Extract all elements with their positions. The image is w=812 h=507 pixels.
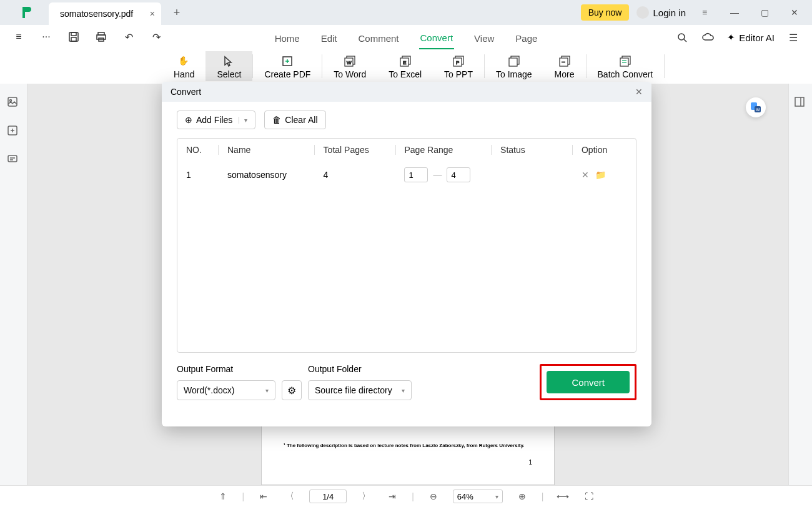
header-page-range: Page Range	[404, 145, 491, 155]
ribbon-to-excel[interactable]: E To Excel	[377, 51, 433, 81]
svg-line-7	[684, 39, 686, 42]
login-button[interactable]: Login in	[636, 6, 686, 19]
clear-all-button[interactable]: 🗑 Clear All	[264, 111, 325, 129]
floating-word-button[interactable]: W	[746, 97, 766, 117]
row-no: 1	[186, 170, 218, 180]
open-folder-icon[interactable]: 📁	[595, 170, 606, 180]
thumbnail-icon[interactable]	[7, 96, 21, 110]
cursor-icon	[223, 56, 235, 67]
to-ppt-icon: P	[452, 56, 465, 67]
modal-toolbar: ⊕ Add Files ▾ 🗑 Clear All	[162, 102, 651, 138]
svg-rect-29	[8, 97, 17, 106]
range-to-input[interactable]	[447, 167, 470, 182]
convert-button[interactable]: Convert	[547, 371, 630, 393]
collapse-icon[interactable]: ☰	[786, 30, 801, 45]
svg-text:···: ···	[562, 60, 565, 64]
close-window-button[interactable]: ✕	[783, 3, 806, 22]
first-page-icon[interactable]: ⇤	[257, 490, 270, 503]
header-no: NO.	[186, 145, 218, 155]
ribbon-create-pdf-label: Create PDF	[264, 69, 310, 79]
ribbon-to-word[interactable]: W To Word	[322, 51, 377, 81]
output-folder-select[interactable]: Source file directory ▾	[308, 380, 412, 400]
comment-panel-icon[interactable]	[7, 154, 21, 167]
zoom-select[interactable]: 64% ▾	[453, 490, 503, 503]
separator	[664, 54, 665, 78]
menu-home[interactable]: Home	[274, 28, 301, 49]
menu-page[interactable]: Page	[514, 28, 538, 49]
cloud-icon[interactable]	[701, 30, 716, 45]
editor-ai-button[interactable]: ✦ Editor AI	[727, 32, 775, 43]
chevron-down-icon[interactable]: ▾	[239, 117, 247, 124]
menu-edit[interactable]: Edit	[320, 28, 339, 49]
right-sidebar	[788, 84, 812, 485]
zoom-value: 64%	[457, 492, 473, 501]
bookmark-add-icon[interactable]	[7, 125, 21, 139]
row-option: ✕ 📁	[582, 170, 627, 180]
trash-icon: 🗑	[272, 115, 281, 125]
header-option: Option	[582, 145, 627, 155]
ribbon-hand-label: Hand	[174, 69, 194, 79]
buy-now-button[interactable]: Buy now	[581, 4, 630, 21]
fullscreen-icon[interactable]: ⛶	[582, 490, 596, 503]
expand-panel-icon[interactable]	[794, 96, 808, 110]
zoom-out-icon[interactable]: ⊖	[427, 490, 440, 503]
ribbon-more[interactable]: ··· More	[543, 51, 586, 81]
tab-close-icon[interactable]: ×	[150, 9, 155, 19]
range-from-input[interactable]	[404, 167, 428, 182]
titlebar-right: Buy now Login in ≡ — ▢ ✕	[581, 3, 812, 22]
menu-comment[interactable]: Comment	[357, 28, 400, 49]
minimize-button[interactable]: —	[723, 3, 746, 22]
table-header: NO. Name Total Pages Page Range Status O…	[177, 139, 636, 161]
to-excel-icon: E	[399, 56, 412, 67]
ribbon-hand[interactable]: ✋ Hand	[162, 51, 205, 81]
ribbon-batch-convert-label: Batch Convert	[598, 69, 653, 79]
ribbon-select[interactable]: Select	[205, 51, 252, 81]
settings-button[interactable]: ⚙	[282, 380, 302, 400]
ribbon-to-word-label: To Word	[334, 69, 366, 79]
row-total-pages: 4	[324, 170, 395, 180]
maximize-button[interactable]: ▢	[753, 3, 776, 22]
table-row: 1 somatosensory 4 — ✕ 📁	[177, 161, 636, 189]
menu-convert[interactable]: Convert	[419, 27, 455, 49]
separator: |	[242, 491, 245, 501]
separator: |	[542, 491, 544, 501]
spacer	[572, 170, 573, 180]
ribbon-to-ppt[interactable]: P To PPT	[433, 51, 484, 81]
last-page-icon[interactable]: ⇥	[385, 490, 399, 503]
tab-file[interactable]: somatosensory.pdf ×	[49, 2, 161, 25]
menu-view[interactable]: View	[473, 28, 495, 49]
output-format-select[interactable]: Word(*.docx) ▾	[177, 380, 275, 400]
svg-point-6	[678, 34, 685, 40]
ribbon-to-image-label: To Image	[496, 69, 532, 79]
svg-rect-37	[795, 97, 804, 106]
fit-width-icon[interactable]: ⟷	[556, 490, 570, 503]
ribbon: ✋ Hand Select Create PDF W To Word E To …	[0, 51, 812, 84]
remove-file-icon[interactable]: ✕	[582, 170, 589, 180]
prev-page-icon[interactable]: 〈	[283, 490, 297, 503]
add-files-button[interactable]: ⊕ Add Files ▾	[177, 111, 255, 129]
separator	[395, 145, 396, 155]
page-input[interactable]	[309, 490, 347, 503]
chevron-down-icon: ▾	[265, 387, 269, 394]
separator	[218, 145, 219, 155]
spacer	[314, 170, 315, 180]
clear-all-label: Clear All	[285, 115, 317, 125]
zoom-in-icon[interactable]: ⊕	[515, 490, 529, 503]
modal-footer: Output Format Word(*.docx) ▾ ⚙ Output Fo…	[162, 353, 651, 415]
scroll-top-icon[interactable]: ⇑	[216, 490, 230, 503]
plus-circle-icon: ⊕	[185, 115, 192, 125]
next-page-icon[interactable]: 〉	[359, 490, 373, 503]
header-total-pages: Total Pages	[324, 145, 395, 155]
ribbon-create-pdf[interactable]: Create PDF	[253, 51, 322, 81]
output-folder-label: Output Folder	[308, 364, 412, 374]
output-format-label: Output Format	[177, 364, 275, 374]
separator	[491, 145, 492, 155]
ribbon-to-image[interactable]: To Image	[485, 51, 543, 81]
convert-modal: Convert ✕ ⊕ Add Files ▾ 🗑 Clear All NO. …	[162, 82, 651, 426]
search-icon[interactable]	[675, 30, 690, 45]
modal-close-icon[interactable]: ✕	[635, 87, 643, 97]
chevron-down-icon: ▾	[402, 387, 405, 394]
new-tab-button[interactable]: +	[167, 3, 186, 22]
hamburger-icon[interactable]: ≡	[693, 3, 716, 22]
ribbon-batch-convert[interactable]: Batch Convert	[587, 51, 665, 81]
